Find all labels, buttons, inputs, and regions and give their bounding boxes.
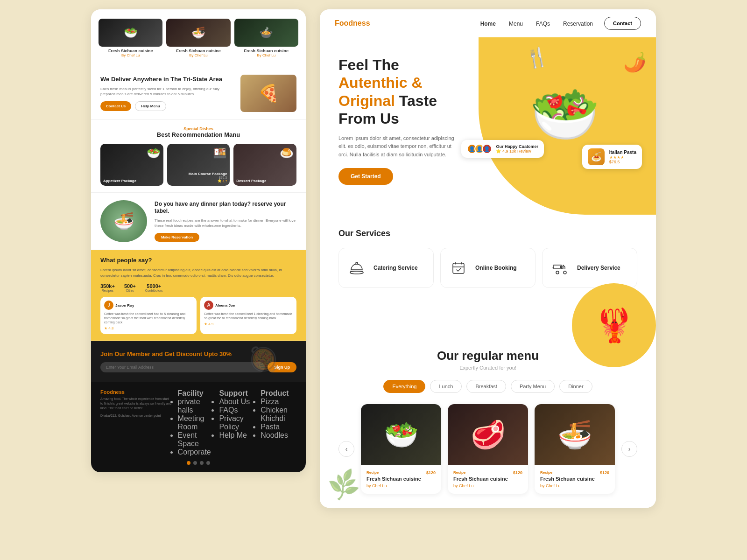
- catering-icon: [346, 258, 367, 278]
- nav-item-menu[interactable]: Menu: [509, 19, 523, 28]
- stat-cities-num: 500+: [124, 283, 136, 289]
- online-booking-card[interactable]: Online Booking: [440, 248, 536, 288]
- happy-customers-badge: 👤 👤 👤 Our Happy Cuatomer ⭐ 4.9 10k Revie…: [461, 140, 544, 158]
- menu-tabs: Everything Lunch Breakfast Party Menu Di…: [338, 380, 637, 393]
- prev-arrow-button[interactable]: ‹: [338, 441, 354, 457]
- tab-everything[interactable]: Everything: [383, 380, 425, 393]
- navigation: Foodness Home Menu FAQs Reservation Cont…: [320, 9, 656, 37]
- footer-facility-title: Facility: [178, 389, 214, 398]
- lobster-decoration: 🦞: [572, 283, 656, 367]
- pkg-price-2: $76.5: [219, 176, 227, 179]
- stat-contributors-num: 5000+: [145, 283, 163, 289]
- dessert-package[interactable]: Dessert Package 🍮: [233, 144, 296, 186]
- member-section: Join Our Member and Get Discount Upto 30…: [91, 341, 306, 382]
- reserve-desc: These real food recipes are the answer t…: [155, 218, 296, 228]
- reviewer-rating-1: ★ 4.8: [104, 326, 193, 330]
- next-arrow-button[interactable]: ›: [621, 441, 637, 457]
- footer-product-list: Pizza Chicken Khichdi Pasta Noodles: [261, 398, 296, 440]
- tab-dinner[interactable]: Dinner: [559, 380, 592, 393]
- menu-card-3[interactable]: 🍜 Recipe $120 Fresh Sichuan cuisine by C…: [535, 404, 615, 494]
- badge-title: Our Happy Cuatomer: [496, 144, 538, 149]
- delivery-service-card[interactable]: Delivery Service: [542, 248, 637, 288]
- tab-breakfast[interactable]: Breakfast: [466, 380, 506, 393]
- delivery-section: We Deliver Anywhere in The Tri-State Are…: [91, 67, 306, 120]
- list-item: Event Space: [178, 431, 214, 448]
- deco-area: 🦞: [320, 302, 656, 330]
- appetizer-package[interactable]: Appetizer Package 🥗: [100, 144, 163, 186]
- stat-cities: 500+ Cities: [124, 283, 136, 292]
- testimonials-desc: Lorem ipsum dolor sit amet, consectetur …: [100, 267, 296, 279]
- pasta-name: Italian Pasta: [609, 150, 636, 155]
- pkg-label-1: Appetizer Package: [103, 179, 136, 183]
- menu-card-1[interactable]: 🥗 Recipe $120 Fresh Sichuan cuisine by C…: [361, 404, 441, 494]
- reviewer-text-1: Coffee was fresh the canned beef had to …: [104, 312, 193, 324]
- dot-4[interactable]: [206, 461, 210, 465]
- dot-1[interactable]: [187, 461, 190, 465]
- reviewer-avatar-1: J: [104, 301, 113, 310]
- menu-card-name-2: Fresh Sichuan cuisine: [453, 476, 522, 482]
- svg-point-3: [556, 271, 559, 274]
- booking-icon: [448, 258, 469, 278]
- appetizer-icon: 🥗: [147, 147, 161, 160]
- menu-card-image-2: 🥩: [448, 404, 528, 465]
- dot-3[interactable]: [200, 461, 204, 465]
- mini-card-title-1: Fresh Sichuan cuisine: [99, 49, 162, 53]
- svg-rect-2: [453, 263, 464, 273]
- email-field[interactable]: [100, 362, 265, 372]
- pasta-card: 🍝 Italian Pasta ★★★★ $76.5: [582, 145, 642, 169]
- bowl-image: 🍜: [100, 200, 147, 242]
- hero-title: Feel The Autenthic & Original Taste From…: [338, 56, 460, 128]
- reviewer-avatar-2: A: [204, 301, 213, 310]
- reviewer-name-1: Jason Roy: [115, 303, 134, 308]
- menu-card-name-3: Fresh Sichuan cuisine: [540, 476, 609, 482]
- mini-card-chef-2: By Chef Lu: [166, 53, 230, 57]
- pkg-label-3: Dessert Package: [236, 179, 266, 183]
- footer-support-list: About Us FAQs Privacy Policy Help Me: [219, 398, 255, 440]
- mini-card-title-2: Fresh Sichuan cuisine: [166, 49, 230, 53]
- pkg-label-2: Main Course Package: [189, 172, 227, 176]
- menu-card-2[interactable]: 🥩 Recipe $120 Fresh Sichuan cuisine by C…: [448, 404, 528, 494]
- main-course-package[interactable]: Main Course Package $76.5 ⭐ 4.7 🍱: [167, 144, 230, 186]
- hero-section: 🍴 🌶️ Feel The Autenthic & Original Taste…: [320, 37, 656, 215]
- list-item: private halls: [178, 398, 214, 414]
- contact-button[interactable]: Contact: [604, 17, 641, 30]
- badge-avatars: 👤 👤 👤: [467, 144, 492, 154]
- footer-facility-list: private halls Meeting Room Event Space C…: [178, 398, 214, 456]
- hero-title-start: Feel The: [338, 56, 399, 73]
- right-panel: Foodness Home Menu FAQs Reservation Cont…: [320, 9, 656, 508]
- special-dishes-section: Special Dishes Best Recommendation Manu …: [91, 120, 306, 193]
- left-panel: 🥗 Fresh Sichuan cuisine By Chef Lu 🍜 Fre…: [91, 9, 306, 472]
- list-item: Chicken Khichdi: [261, 406, 296, 423]
- catering-service-card[interactable]: Catering Service: [338, 248, 434, 288]
- pasta-info: Italian Pasta ★★★★ $76.5: [609, 150, 636, 164]
- fork-decoration-icon: 🍴: [523, 45, 550, 70]
- pkg-rating-2: ⭐ 4.7: [218, 179, 227, 183]
- contact-us-button[interactable]: Contact Us: [100, 101, 131, 111]
- reserve-section: 🍜 Do you have any dinner plan today? res…: [91, 193, 306, 250]
- special-label: Special Dishes: [100, 126, 296, 131]
- menu-cards-row: ‹ 🥗 Recipe $120 Fresh Sichuan cuisine by…: [338, 404, 637, 494]
- menu-card-meta-1: Recipe $120: [366, 470, 436, 475]
- delivery-btn-row: Contact Us Help Menu: [100, 101, 233, 111]
- dot-2[interactable]: [193, 461, 197, 465]
- nav-item-faqs[interactable]: FAQs: [536, 19, 550, 28]
- reviewer-rating-2: ★ 4.9: [204, 322, 293, 326]
- make-reservation-button[interactable]: Make Reservation: [155, 233, 199, 242]
- menu-card-meta-2: Recipe $120: [453, 470, 522, 475]
- svg-point-1: [356, 262, 358, 264]
- special-title: Best Recommendation Manu: [100, 131, 296, 138]
- tab-party-menu[interactable]: Party Menu: [511, 380, 555, 393]
- nav-item-home[interactable]: Home: [480, 19, 496, 28]
- list-item: FAQs: [219, 406, 255, 414]
- catering-service-label: Catering Service: [374, 265, 418, 271]
- list-item: Corporate: [178, 448, 214, 456]
- svg-point-4: [564, 271, 566, 274]
- badge-rating: ⭐ 4.9 10k Review: [496, 149, 538, 154]
- menu-card-chef-2: by Chef Lu: [453, 483, 522, 488]
- mini-card-1: 🥗 Fresh Sichuan cuisine By Chef Lu: [97, 15, 164, 61]
- get-started-button[interactable]: Get Started: [338, 168, 393, 185]
- help-menu-button[interactable]: Help Menu: [135, 101, 166, 111]
- nav-links: Home Menu FAQs Reservation: [480, 19, 593, 28]
- tab-lunch[interactable]: Lunch: [430, 380, 462, 393]
- nav-item-reservation[interactable]: Reservation: [563, 19, 593, 28]
